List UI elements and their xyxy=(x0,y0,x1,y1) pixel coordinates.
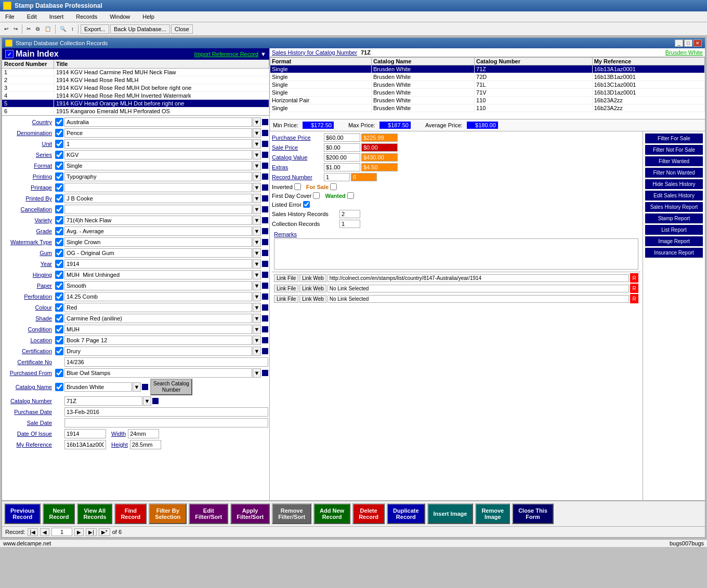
table-row-selected[interactable]: 5 1914 KGV Head Orange MLH Dot before ri… xyxy=(2,100,269,108)
field-cb-denomination[interactable] xyxy=(55,129,63,137)
detail-value-record-number-orange[interactable] xyxy=(351,173,377,181)
field-value-hinging[interactable] xyxy=(64,270,252,279)
field-value-year[interactable] xyxy=(64,259,252,269)
field-label-catalog-number[interactable]: Catalog Number xyxy=(3,398,55,404)
detail-label-purchase-price[interactable]: Purchase Price xyxy=(272,135,324,141)
field-dd-colour[interactable]: ▼ xyxy=(253,303,261,312)
field-value-printed-by[interactable] xyxy=(64,194,252,203)
field-value-unit[interactable] xyxy=(64,139,252,149)
field-cb-purchased-from[interactable] xyxy=(55,369,63,377)
table-row[interactable]: 3 1914 KGV Head Rose Red MUH Dot before … xyxy=(2,84,269,92)
field-cb-catalog-name[interactable] xyxy=(55,383,63,391)
field-label-catalog-name[interactable]: Catalog Name xyxy=(3,384,55,390)
window-close-button[interactable]: ✕ xyxy=(693,39,702,47)
record-prev-btn[interactable]: ◀ xyxy=(40,528,49,536)
field-value-gum[interactable] xyxy=(64,248,252,258)
toolbar-export[interactable]: Export... xyxy=(81,24,109,34)
detail-value-catalog-value[interactable] xyxy=(324,153,360,162)
menu-file[interactable]: File xyxy=(2,12,18,21)
field-label-cert-no[interactable]: Certificate No xyxy=(3,359,55,365)
detail-value-catalog-value-orange[interactable] xyxy=(361,153,398,162)
field-cb-format[interactable] xyxy=(55,162,63,170)
record-next-btn[interactable]: ▶ xyxy=(74,528,84,536)
table-row[interactable]: 4 1914 KGV Head Rose Red MUH Inverted Wa… xyxy=(2,92,269,100)
field-dd-printage[interactable]: ▼ xyxy=(253,183,261,192)
field-label-variety[interactable]: Variety xyxy=(3,217,55,223)
field-dd-country[interactable]: ▼ xyxy=(253,117,261,127)
index-checkbox[interactable]: ✓ xyxy=(5,50,14,58)
link-r-btn-2[interactable]: R xyxy=(630,284,638,293)
field-cb-year[interactable] xyxy=(55,260,63,268)
insurance-report-btn[interactable]: Insurance Report xyxy=(645,248,703,258)
field-label-hinging[interactable]: Hinging xyxy=(3,272,55,278)
toolbar-find[interactable]: 🔍 xyxy=(58,25,68,33)
field-value-printage[interactable] xyxy=(64,183,252,192)
record-last-btn[interactable]: ▶| xyxy=(86,528,97,536)
field-label-printing[interactable]: Printing xyxy=(3,173,55,180)
detail-value-collection-records[interactable] xyxy=(339,220,360,228)
toolbar-backup[interactable]: Back Up Database... xyxy=(110,24,170,34)
field-cb-watermark[interactable] xyxy=(55,238,63,246)
field-dd-year[interactable]: ▼ xyxy=(253,259,261,269)
field-cb-shade[interactable] xyxy=(55,314,63,323)
detail-label-catalog-value[interactable]: Catalog Value xyxy=(272,154,324,161)
detail-value-purchase-price-orange[interactable] xyxy=(361,133,398,142)
stamp-report-btn[interactable]: Stamp Report xyxy=(645,213,703,223)
link-r-btn-1[interactable]: R xyxy=(630,273,638,283)
field-dd-paper[interactable]: ▼ xyxy=(253,281,261,290)
delete-record-btn[interactable]: Delete Record xyxy=(352,503,385,524)
field-label-purchased-from[interactable]: Purchased From xyxy=(3,370,55,376)
toolbar-paste[interactable]: 📋 xyxy=(43,25,53,33)
remarks-label[interactable]: Remarks xyxy=(274,231,297,237)
detail-value-sale-price-orange[interactable] xyxy=(361,143,398,152)
minimize-button[interactable]: _ xyxy=(675,39,683,47)
field-dd-catalog-number[interactable]: ▼ xyxy=(143,396,151,406)
link-r-btn-3[interactable]: R xyxy=(630,294,638,303)
field-value-sale-date[interactable] xyxy=(64,418,268,427)
record-first-btn[interactable]: |◀ xyxy=(28,528,38,536)
detail-value-extras-orange[interactable] xyxy=(361,163,398,171)
field-label-grade[interactable]: Grade xyxy=(3,228,55,234)
field-label-unit[interactable]: Unit xyxy=(3,141,55,147)
menu-insert[interactable]: Insert xyxy=(46,12,67,21)
field-cb-paper[interactable] xyxy=(55,282,63,290)
field-value-grade[interactable] xyxy=(64,226,252,236)
link-url-3[interactable] xyxy=(328,295,629,303)
field-cb-location[interactable] xyxy=(55,336,63,344)
field-cb-cancellation[interactable] xyxy=(55,205,63,213)
import-reference-link[interactable]: Import Reference Record xyxy=(194,51,259,57)
listed-error-checkbox[interactable] xyxy=(303,201,310,208)
field-cb-printage[interactable] xyxy=(55,183,63,192)
first-day-cover-checkbox[interactable] xyxy=(313,192,320,199)
field-label-my-reference[interactable]: My Reference xyxy=(3,442,55,448)
field-dd-catalog-name[interactable]: ▼ xyxy=(133,382,141,392)
link-url-2[interactable] xyxy=(328,285,629,292)
sales-catalog-link[interactable]: Brusden White xyxy=(665,49,703,56)
field-dd-variety[interactable]: ▼ xyxy=(253,216,261,225)
field-cb-series[interactable] xyxy=(55,151,63,159)
field-dd-unit[interactable]: ▼ xyxy=(253,139,261,149)
list-report-btn[interactable]: List Report xyxy=(645,225,703,235)
field-cb-perforation[interactable] xyxy=(55,292,63,301)
toolbar-redo[interactable]: ↪ xyxy=(11,25,20,33)
link-file-btn-3[interactable]: Link File xyxy=(274,295,298,303)
field-label-printage[interactable]: Printage xyxy=(3,184,55,191)
view-all-records-btn[interactable]: View All Records xyxy=(77,503,112,524)
next-record-btn[interactable]: Next Record xyxy=(43,503,75,524)
for-sale-checkbox[interactable] xyxy=(330,183,337,190)
field-cb-gum[interactable] xyxy=(55,249,63,257)
field-cb-unit[interactable] xyxy=(55,140,63,148)
field-label-format[interactable]: Format xyxy=(3,163,55,169)
field-dd-denomination[interactable]: ▼ xyxy=(253,128,261,138)
field-dd-hinging[interactable]: ▼ xyxy=(253,270,261,279)
field-value-location[interactable] xyxy=(64,336,252,345)
field-value-watermark[interactable] xyxy=(64,237,252,247)
field-dd-shade[interactable]: ▼ xyxy=(253,314,261,323)
field-label-colour[interactable]: Colour xyxy=(3,304,55,311)
field-cb-colour[interactable] xyxy=(55,303,63,312)
link-web-btn-2[interactable]: Link Web xyxy=(299,285,326,292)
detail-value-purchase-price[interactable] xyxy=(324,133,360,142)
field-value-purchased-from[interactable] xyxy=(64,368,252,378)
field-label-denomination[interactable]: Denomination xyxy=(3,130,55,136)
table-row[interactable]: 2 1914 KGV Head Rose Red MLH xyxy=(2,76,269,84)
